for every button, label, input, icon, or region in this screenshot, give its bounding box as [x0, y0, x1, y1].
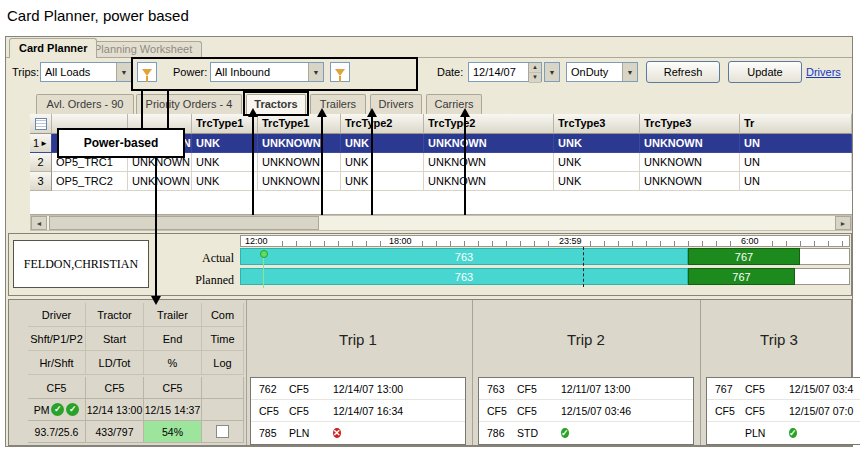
row-marker-icon: ►	[40, 139, 48, 148]
row-number-cell[interactable]: 2	[30, 153, 52, 172]
panel-divider	[472, 300, 473, 445]
grid-header-cell[interactable]: TrcType1	[258, 114, 341, 134]
grid-horizontal-scrollbar[interactable]: ◄ ►	[30, 215, 852, 231]
trip-cell: 12/15/07 07:0	[785, 405, 860, 417]
date-label: Date:	[437, 62, 463, 82]
trip2-title: Trip 2	[478, 303, 694, 375]
tab-card-planner[interactable]: Card Planner	[9, 38, 97, 58]
date-dropdown-button[interactable]: ▼	[544, 62, 560, 82]
trip1-card[interactable]: 762 CF5 12/14/07 13:00 CF5 CF5 12/14/07 …	[250, 377, 466, 445]
cell: UNKNOWN	[258, 134, 341, 153]
actual-trip-bar[interactable]: 763	[240, 248, 688, 265]
cell: UNK	[554, 134, 640, 153]
update-button[interactable]: Update	[728, 61, 802, 83]
chevron-down-icon[interactable]: ▼	[545, 63, 559, 81]
trip-row: CF5 CF5 12/15/07 03:46	[479, 400, 693, 422]
grid-icon	[35, 118, 47, 130]
scroll-right-icon[interactable]: ►	[835, 216, 851, 230]
col-header: Start	[86, 327, 144, 351]
tab-priority-orders[interactable]: Priority Orders - 4	[136, 94, 242, 114]
tick-label: 23:59	[557, 236, 584, 246]
panel-divider	[246, 300, 247, 445]
tab-avl-orders[interactable]: Avl. Orders - 90	[36, 94, 134, 114]
scrollbar-track[interactable]	[319, 216, 835, 230]
planned-trip-bar[interactable]: 763	[240, 268, 688, 285]
col-header: Com	[202, 303, 244, 327]
chevron-down-icon[interactable]: ▼	[116, 63, 131, 81]
cell: UNKNOWN	[258, 153, 341, 172]
grid-header-cell[interactable]: TrcType3	[554, 114, 640, 134]
trip-cell: 762	[251, 383, 289, 395]
refresh-button[interactable]: Refresh	[646, 61, 720, 83]
duty-select[interactable]: OnDuty ▼	[566, 62, 638, 82]
spin-up-icon[interactable]: ▲	[529, 63, 541, 73]
error-icon: ✕	[333, 428, 341, 438]
row-number-cell[interactable]: 3	[30, 172, 52, 191]
header-row: Driver Tractor Trailer Com	[28, 303, 244, 327]
cell: UN	[740, 153, 852, 172]
tab-planning-worksheet[interactable]: Planning Worksheet	[84, 41, 202, 57]
grid-header-cell[interactable]: TrcType2	[424, 114, 554, 134]
cell: UNK	[341, 153, 424, 172]
card-cell	[202, 377, 244, 399]
cell: UNKNOWN	[424, 153, 554, 172]
trip-cell: PLN	[745, 427, 785, 439]
card-cell: 12/15 14:37	[144, 399, 202, 421]
row-number-cell[interactable]: 1►	[30, 134, 52, 153]
trip-cell: 785	[251, 427, 289, 439]
date-input[interactable]: 12/14/07 ▲ ▼	[468, 62, 542, 82]
cell: UNK	[341, 134, 424, 153]
tab-drivers[interactable]: Drivers	[370, 94, 422, 114]
planned-row-label: Planned	[186, 273, 234, 288]
grid-header-cell[interactable]: TrcType1	[192, 114, 258, 134]
date-spinner[interactable]: ▲ ▼	[528, 63, 541, 81]
grid-header-cell[interactable]: Tr	[740, 114, 852, 134]
row-number: 1	[33, 137, 39, 149]
trip-row: CF5 CF5 12/14/07 16:34	[251, 400, 465, 422]
tick-label: 6:00	[739, 236, 761, 246]
card-cell: CF5	[144, 377, 202, 399]
col-header: Hr/Shft	[28, 351, 86, 375]
trips-select[interactable]: All Loads ▼	[40, 62, 132, 82]
trip1-title: Trip 1	[250, 303, 466, 375]
grid-corner-cell[interactable]	[30, 114, 52, 134]
trips-value: All Loads	[41, 66, 116, 78]
trip3-card[interactable]: 767 CF5 12/15/07 03:4 CF5 CF5 12/15/07 0…	[706, 377, 860, 445]
drivers-link[interactable]: Drivers	[806, 62, 841, 82]
annotation-arrow-line	[321, 116, 323, 215]
cell: UNKNOWN	[258, 172, 341, 191]
trip-status-cell: ✓	[557, 426, 693, 440]
grid-header-cell[interactable]: TrcType2	[341, 114, 424, 134]
cell: UNK	[554, 172, 640, 191]
tick-label: 18:00	[387, 236, 414, 246]
col-header: Trailer	[144, 303, 202, 327]
card-cell: PM ✓ ✓	[28, 399, 86, 421]
tab-carriers[interactable]: Carriers	[426, 94, 482, 114]
actual-trip-bar[interactable]: 767	[688, 248, 800, 265]
driver-card: CF5 CF5 CF5 PM ✓ ✓ 12/14 13:00 12/15 14:…	[28, 377, 244, 443]
planned-trip-bar[interactable]: 767	[688, 268, 795, 285]
trip2-card[interactable]: 763 CF5 12/11/07 13:00 CF5 CF5 12/15/07 …	[478, 377, 694, 445]
grid-header-cell[interactable]: TrcType3	[640, 114, 740, 134]
trip-cell: CF5	[517, 405, 557, 417]
row-number: 2	[37, 156, 43, 168]
col-header: Shft/P1/P2	[28, 327, 86, 351]
chevron-down-icon[interactable]: ▼	[622, 63, 637, 81]
table-row[interactable]: 3 OP5_TRC2 UNKNOWN UNK UNKNOWN UNK UNKNO…	[30, 172, 852, 191]
cell: UNKNOWN	[640, 134, 740, 153]
shift-value: PM	[34, 404, 50, 416]
trip-cell: CF5	[707, 405, 745, 417]
scrollbar-thumb[interactable]	[49, 216, 319, 230]
driver-name-box: FELDON,CHRISTIAN	[13, 240, 149, 288]
annotation-arrow-down-icon	[151, 296, 161, 305]
trip-row: 763 CF5 12/11/07 13:00	[479, 378, 693, 400]
scroll-left-icon[interactable]: ◄	[31, 216, 47, 230]
trip-cell: STD	[517, 427, 557, 439]
trip-cell: 12/15/07 03:46	[557, 405, 693, 417]
cell: UN	[740, 134, 852, 153]
col-header: End	[144, 327, 202, 351]
log-checkbox[interactable]	[216, 425, 229, 438]
page-title: Card Planner, power based	[7, 7, 189, 24]
spin-down-icon[interactable]: ▼	[529, 73, 541, 83]
header-row: Hr/Shft LD/Tot % Log	[28, 351, 244, 375]
